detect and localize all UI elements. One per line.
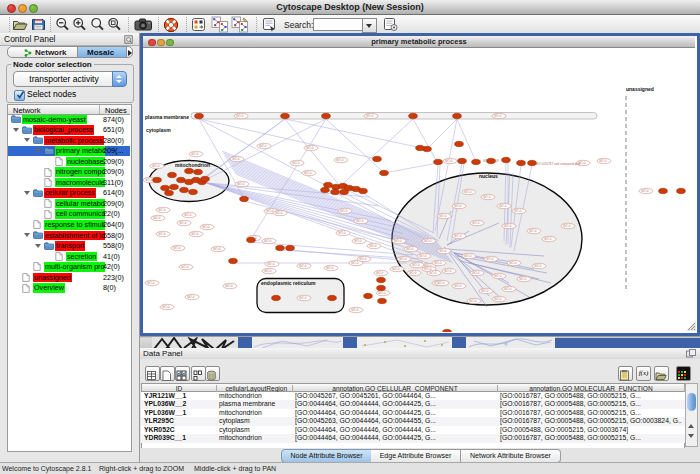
svg-text:GO-0: GO-0 bbox=[454, 234, 462, 238]
svg-text:GO-0: GO-0 bbox=[563, 224, 571, 228]
svg-text:GO-0: GO-0 bbox=[399, 257, 407, 261]
svg-text:GO-0: GO-0 bbox=[437, 281, 445, 285]
svg-text:GO-0: GO-0 bbox=[187, 295, 195, 299]
svg-text:GO-0: GO-0 bbox=[486, 257, 494, 261]
svg-text:GO-0: GO-0 bbox=[454, 204, 462, 208]
svg-text:GO-0: GO-0 bbox=[340, 209, 348, 213]
svg-text:GO-0: GO-0 bbox=[464, 190, 472, 194]
svg-text:GO-0: GO-0 bbox=[544, 237, 552, 241]
svg-text:GO-0: GO-0 bbox=[191, 232, 199, 236]
svg-text:GO-0: GO-0 bbox=[481, 289, 489, 293]
svg-text:GO-0: GO-0 bbox=[306, 146, 314, 150]
svg-text:GO-0: GO-0 bbox=[145, 178, 153, 182]
svg-text:GO-0: GO-0 bbox=[351, 261, 359, 265]
svg-text:GO-0: GO-0 bbox=[202, 225, 210, 229]
svg-text:GO-0: GO-0 bbox=[529, 229, 537, 233]
svg-text:GO-0: GO-0 bbox=[232, 157, 240, 161]
svg-text:GO-0: GO-0 bbox=[184, 213, 192, 217]
svg-text:GO-0: GO-0 bbox=[412, 263, 420, 267]
svg-text:GO-0: GO-0 bbox=[409, 271, 417, 275]
svg-text:GO-0: GO-0 bbox=[464, 254, 472, 258]
svg-text:GO-0: GO-0 bbox=[356, 219, 364, 223]
svg-text:GO-0: GO-0 bbox=[494, 114, 502, 118]
svg-text:GO-0: GO-0 bbox=[378, 291, 386, 295]
svg-text:GO-0: GO-0 bbox=[299, 264, 307, 268]
svg-text:GO-0: GO-0 bbox=[351, 308, 359, 312]
svg-text:nucleus: nucleus bbox=[479, 173, 498, 179]
svg-text:GO-0: GO-0 bbox=[266, 209, 274, 213]
svg-text:GO-0: GO-0 bbox=[494, 274, 502, 278]
svg-text:GO-0: GO-0 bbox=[472, 221, 480, 225]
svg-text:GO-0: GO-0 bbox=[264, 269, 272, 273]
svg-text:GO-0: GO-0 bbox=[225, 284, 233, 288]
svg-text:GO-0: GO-0 bbox=[338, 231, 346, 235]
svg-text:GO-0: GO-0 bbox=[259, 144, 267, 148]
svg-text:GO-0: GO-0 bbox=[534, 264, 542, 268]
svg-text:GO-0: GO-0 bbox=[499, 204, 507, 208]
svg-text:GO-0: GO-0 bbox=[236, 114, 244, 118]
svg-text:GO-0: GO-0 bbox=[299, 296, 307, 300]
svg-text:GO:0016787 and compound proc: GO:0016787 and compound proc bbox=[536, 161, 581, 165]
svg-text:GO-0: GO-0 bbox=[469, 299, 477, 303]
svg-text:GO-0: GO-0 bbox=[158, 208, 166, 212]
svg-text:GO-0: GO-0 bbox=[275, 211, 283, 215]
svg-text:GO-0: GO-0 bbox=[179, 221, 187, 225]
svg-text:GO-0: GO-0 bbox=[392, 267, 400, 271]
svg-text:GO-0: GO-0 bbox=[304, 171, 312, 175]
svg-text:GO-0: GO-0 bbox=[147, 281, 155, 285]
svg-text:GO-0: GO-0 bbox=[366, 114, 374, 118]
svg-text:GO-0: GO-0 bbox=[181, 265, 189, 269]
svg-text:GO-0: GO-0 bbox=[439, 214, 447, 218]
svg-text:GO-0: GO-0 bbox=[494, 297, 502, 301]
svg-text:GO-0: GO-0 bbox=[509, 261, 517, 265]
svg-text:GO-0: GO-0 bbox=[213, 247, 221, 251]
svg-text:GO-0: GO-0 bbox=[237, 182, 245, 186]
svg-text:endoplasmic reticulum: endoplasmic reticulum bbox=[261, 280, 316, 286]
svg-text:GO-0: GO-0 bbox=[394, 239, 402, 243]
svg-text:GO-0: GO-0 bbox=[406, 247, 414, 251]
svg-text:GO-0: GO-0 bbox=[444, 269, 452, 273]
svg-text:GO-0: GO-0 bbox=[359, 257, 367, 261]
svg-text:GO-0: GO-0 bbox=[354, 239, 362, 243]
svg-text:GO-0: GO-0 bbox=[429, 271, 437, 275]
svg-text:GO-0: GO-0 bbox=[504, 287, 512, 291]
svg-text:GO-0: GO-0 bbox=[454, 284, 462, 288]
svg-text:GO-0: GO-0 bbox=[424, 239, 432, 243]
svg-text:GO-0: GO-0 bbox=[267, 262, 275, 266]
svg-text:GO-0: GO-0 bbox=[158, 232, 166, 236]
svg-text:GO-0: GO-0 bbox=[472, 271, 480, 275]
svg-text:GO-0: GO-0 bbox=[292, 161, 300, 165]
svg-text:GO-0: GO-0 bbox=[599, 159, 607, 163]
svg-text:plasma membrane: plasma membrane bbox=[145, 113, 189, 119]
svg-text:GO-0: GO-0 bbox=[336, 158, 344, 162]
svg-text:GO-0: GO-0 bbox=[191, 152, 199, 156]
svg-text:GO-0: GO-0 bbox=[514, 209, 522, 213]
svg-text:GO-0: GO-0 bbox=[419, 254, 427, 258]
svg-text:GO-0: GO-0 bbox=[641, 189, 649, 193]
svg-text:GO-0: GO-0 bbox=[483, 195, 491, 199]
svg-text:GO-0: GO-0 bbox=[434, 261, 442, 265]
svg-text:GO-0: GO-0 bbox=[439, 249, 447, 253]
svg-text:GO-0: GO-0 bbox=[162, 305, 170, 309]
svg-text:GO-0: GO-0 bbox=[264, 239, 272, 243]
svg-text:GO-0: GO-0 bbox=[376, 271, 384, 275]
svg-text:GO-0: GO-0 bbox=[519, 277, 527, 281]
svg-text:GO-0: GO-0 bbox=[445, 159, 453, 163]
svg-text:GO-0: GO-0 bbox=[504, 224, 512, 228]
svg-text:GO-0: GO-0 bbox=[369, 244, 377, 248]
svg-text:GO-0: GO-0 bbox=[153, 216, 161, 220]
svg-text:GO-0: GO-0 bbox=[326, 266, 334, 270]
svg-text:mitochondrion: mitochondrion bbox=[175, 162, 210, 168]
svg-text:GO-0: GO-0 bbox=[173, 246, 181, 250]
svg-text:cytoplasm: cytoplasm bbox=[146, 127, 171, 133]
svg-text:GO-0: GO-0 bbox=[152, 164, 160, 168]
svg-text:unassigned: unassigned bbox=[626, 86, 654, 92]
